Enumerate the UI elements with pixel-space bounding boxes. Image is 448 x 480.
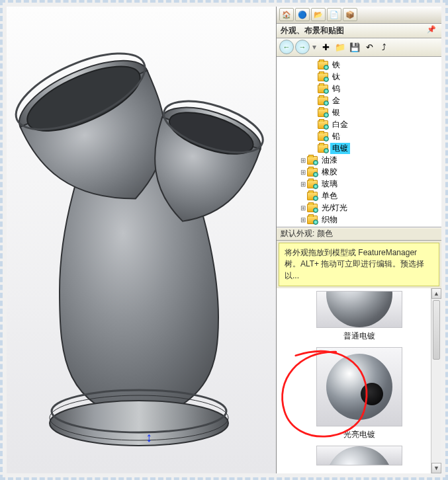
tree-item[interactable]: 金 bbox=[278, 95, 440, 107]
tree-item[interactable]: ⊞玻璃 bbox=[278, 179, 440, 190]
hint-tooltip: 将外观拖放到模型或 FeatureManager 树。ALT+ 拖动可立即进行编… bbox=[279, 243, 439, 286]
plus-icon: ✚ bbox=[322, 42, 330, 52]
appearance-swatch[interactable]: 光亮电镀 bbox=[279, 347, 439, 440]
save-icon: 💾 bbox=[349, 42, 360, 52]
taskpane-toolbar: ← → ▾ ✚ 📁 💾 ↶ ⤴ bbox=[277, 38, 441, 57]
sheet-icon: 📄 bbox=[330, 11, 339, 19]
folder-icon bbox=[318, 108, 328, 117]
tree-item-label: 电镀 bbox=[330, 143, 350, 154]
graphics-viewport[interactable]: ↕ 🏠 🔵 📂 📄 📦 外观、布景和贴图 📌 ← → ▾ ✚ 📁 💾 bbox=[7, 7, 441, 473]
tree-item[interactable]: ⊞油漆 bbox=[278, 155, 440, 167]
arrow-up-icon: ⤴ bbox=[382, 42, 386, 52]
tree-item-label: 银 bbox=[330, 107, 342, 118]
folder-icon: 📂 bbox=[314, 11, 323, 19]
tab-file-explorer[interactable]: 📂 bbox=[311, 8, 326, 21]
folder-icon bbox=[318, 132, 328, 141]
tree-item-label: 铅 bbox=[330, 131, 342, 142]
tree-item-label: 钛 bbox=[330, 71, 342, 83]
expand-toggle[interactable]: ⊞ bbox=[299, 204, 307, 212]
new-button[interactable]: ✚ bbox=[319, 40, 332, 54]
tree-item[interactable]: 铁 bbox=[278, 60, 440, 71]
tab-custom-props[interactable]: 📦 bbox=[343, 8, 357, 21]
tree-item-label: 铁 bbox=[330, 60, 342, 71]
folder-icon bbox=[318, 144, 328, 153]
model-3d[interactable]: ↕ bbox=[7, 7, 285, 479]
folder-icon bbox=[307, 192, 318, 200]
appearance-swatch[interactable] bbox=[279, 446, 439, 465]
tree-item[interactable]: ⊞织物 bbox=[278, 214, 440, 226]
tree-item-label: 钨 bbox=[330, 83, 342, 95]
appearance-tree[interactable]: 铁钛钨金银白金铅电镀⊞油漆⊞橡胶⊞玻璃单色⊞光/灯光⊞织物 bbox=[277, 57, 441, 227]
origin-indicator: ↕ bbox=[146, 430, 152, 445]
tab-view-palette[interactable]: 📄 bbox=[327, 8, 341, 21]
swatch-scrollbar[interactable]: ▲ ▼ bbox=[431, 288, 441, 473]
folder-icon bbox=[318, 61, 328, 69]
tree-item-label: 玻璃 bbox=[320, 179, 339, 190]
tree-item-label: 光/灯光 bbox=[320, 202, 349, 214]
task-pane: 🏠 🔵 📂 📄 📦 外观、布景和贴图 📌 ← → ▾ ✚ 📁 💾 ↶ ⤴ 铁 bbox=[276, 7, 441, 473]
taskpane-title: 外观、布景和贴图 bbox=[281, 25, 344, 36]
appearance-swatch[interactable]: 普通电镀 bbox=[279, 291, 439, 342]
folder-open-icon: 📁 bbox=[335, 42, 345, 52]
pipe-fitting-model bbox=[7, 7, 278, 456]
tree-item-label: 橡胶 bbox=[320, 167, 339, 178]
default-appearance-label: 默认外观: 颜色 bbox=[277, 227, 441, 241]
folder-icon bbox=[307, 156, 318, 165]
folder-icon bbox=[318, 73, 328, 81]
tree-item-label: 织物 bbox=[320, 214, 339, 225]
save-button[interactable]: 💾 bbox=[348, 40, 361, 54]
expand-toggle[interactable]: ⊞ bbox=[299, 216, 307, 223]
tree-item[interactable]: 白金 bbox=[278, 119, 440, 131]
tab-home[interactable]: 🏠 bbox=[279, 8, 294, 21]
sphere-icon bbox=[326, 354, 392, 420]
arrow-right-icon: → bbox=[299, 43, 306, 51]
pin-icon[interactable]: 📌 bbox=[427, 25, 437, 36]
tree-item[interactable]: ⊞光/灯光 bbox=[278, 202, 440, 214]
scroll-down-button[interactable]: ▼ bbox=[431, 463, 441, 473]
folder-icon bbox=[307, 168, 318, 177]
up-button[interactable]: ⤴ bbox=[377, 40, 390, 54]
sphere-icon bbox=[326, 291, 392, 327]
scroll-thumb[interactable] bbox=[433, 300, 440, 360]
tree-item[interactable]: 铅 bbox=[278, 131, 440, 143]
home-icon: 🏠 bbox=[282, 11, 291, 19]
taskpane-tab-strip: 🏠 🔵 📂 📄 📦 bbox=[277, 7, 441, 24]
svg-point-0 bbox=[50, 401, 228, 446]
swatch-label: 光亮电镀 bbox=[343, 429, 375, 440]
tree-item[interactable]: 电镀 bbox=[278, 143, 440, 155]
nav-forward-button[interactable]: → bbox=[295, 40, 310, 54]
tree-item-label: 单色 bbox=[320, 190, 339, 202]
open-button[interactable]: 📁 bbox=[334, 40, 347, 54]
folder-icon bbox=[318, 85, 328, 93]
folder-icon bbox=[318, 97, 328, 105]
tree-item[interactable]: 钨 bbox=[278, 83, 440, 95]
folder-icon bbox=[307, 204, 318, 212]
sphere-icon: 🔵 bbox=[298, 11, 307, 19]
undo-button[interactable]: ↶ bbox=[363, 40, 376, 54]
appearance-swatch-list[interactable]: 普通电镀光亮电镀 bbox=[277, 288, 441, 473]
app-window: ↕ 🏠 🔵 📂 📄 📦 外观、布景和贴图 📌 ← → ▾ ✚ 📁 💾 bbox=[0, 0, 448, 480]
swatch-preview bbox=[316, 446, 402, 465]
folder-icon bbox=[318, 120, 328, 129]
nav-back-button[interactable]: ← bbox=[279, 40, 294, 54]
tree-item[interactable]: 银 bbox=[278, 107, 440, 119]
swatch-preview bbox=[316, 347, 402, 426]
taskpane-title-bar: 外观、布景和贴图 📌 bbox=[277, 24, 441, 38]
expand-toggle[interactable]: ⊞ bbox=[299, 157, 307, 164]
tree-item[interactable]: ⊞橡胶 bbox=[278, 167, 440, 179]
undo-icon: ↶ bbox=[366, 42, 373, 52]
tree-item-label: 白金 bbox=[330, 119, 350, 130]
sphere-icon bbox=[326, 446, 392, 465]
arrow-left-icon: ← bbox=[283, 43, 291, 51]
box-icon: 📦 bbox=[345, 11, 355, 19]
expand-toggle[interactable]: ⊞ bbox=[299, 169, 307, 176]
swatch-label: 普通电镀 bbox=[343, 331, 375, 342]
swatch-preview bbox=[316, 291, 402, 328]
toolbar-separator: ▾ bbox=[311, 42, 318, 52]
tree-item[interactable]: 单色 bbox=[278, 190, 440, 202]
tab-appearances[interactable]: 🔵 bbox=[295, 8, 310, 21]
tree-item[interactable]: 钛 bbox=[278, 71, 440, 83]
folder-icon bbox=[307, 216, 318, 224]
scroll-up-button[interactable]: ▲ bbox=[431, 288, 441, 299]
expand-toggle[interactable]: ⊞ bbox=[299, 180, 307, 188]
